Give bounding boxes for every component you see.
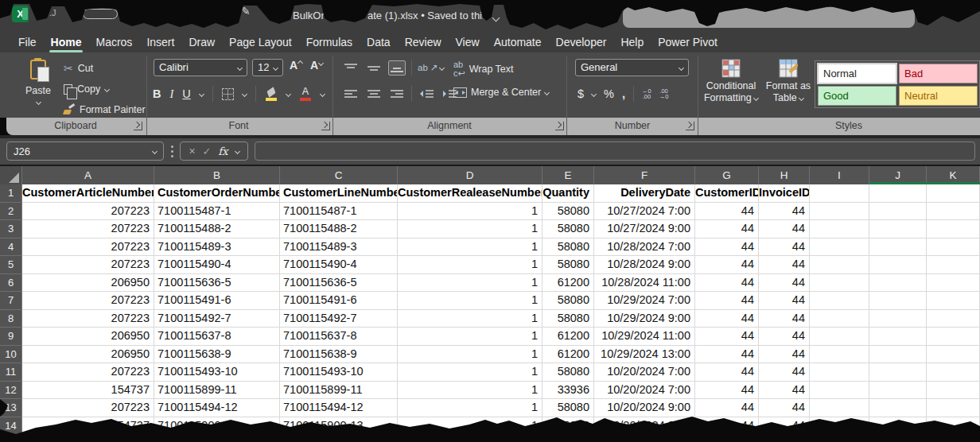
cell[interactable] xyxy=(810,203,869,221)
style-neutral[interactable]: Neutral xyxy=(899,86,978,106)
cell[interactable]: 44 xyxy=(695,274,759,293)
cell[interactable] xyxy=(927,346,980,364)
cell[interactable]: CustomerID xyxy=(695,184,759,203)
cell[interactable] xyxy=(810,310,869,328)
cell[interactable]: 58080 xyxy=(542,399,594,417)
align-middle-button[interactable] xyxy=(365,60,383,76)
column-header-D[interactable]: D xyxy=(398,166,542,184)
cell[interactable] xyxy=(810,184,869,203)
cell[interactable]: 58080 xyxy=(542,238,594,257)
cell[interactable]: 44 xyxy=(695,220,759,238)
cell[interactable]: 58080 xyxy=(542,220,594,238)
cell[interactable]: 44 xyxy=(695,256,759,274)
row-header-5[interactable]: 5 xyxy=(0,256,22,274)
cell[interactable] xyxy=(927,220,980,238)
cell[interactable]: 44 xyxy=(695,238,759,257)
cell[interactable]: 10/20/2024 7:00 xyxy=(594,382,695,400)
cell[interactable]: 7100115487-1 xyxy=(154,203,280,221)
cell[interactable]: 1 xyxy=(398,203,542,221)
cell[interactable]: 1 xyxy=(398,346,542,364)
cell[interactable]: 7100115487-1 xyxy=(280,203,398,221)
cell[interactable]: 58080 xyxy=(542,256,594,274)
cell[interactable] xyxy=(810,256,869,274)
cell[interactable] xyxy=(927,292,980,310)
cut-button[interactable]: ✂ Cut xyxy=(64,60,93,76)
row-header-7[interactable]: 7 xyxy=(0,292,22,310)
cell[interactable]: 7100115636-5 xyxy=(280,274,398,293)
cell[interactable]: 10/29/2024 11:00 xyxy=(594,328,695,346)
cell[interactable]: 207223 xyxy=(22,220,154,238)
cell[interactable]: CustomerLineNumber xyxy=(280,184,398,203)
format-painter-button[interactable]: Format Painter xyxy=(64,102,146,118)
cell[interactable] xyxy=(927,238,980,257)
cell[interactable]: 44 xyxy=(695,346,759,364)
cell[interactable]: 1 xyxy=(398,328,542,346)
cell[interactable]: 44 xyxy=(759,382,810,400)
format-as-table-button[interactable]: Format as Table xyxy=(757,56,819,104)
percent-format-button[interactable]: % xyxy=(604,87,614,100)
number-format-combobox[interactable]: General xyxy=(575,59,689,76)
decrease-decimal-button[interactable]: .00 →0 xyxy=(659,88,669,100)
merge-center-button[interactable]: Merge & Center xyxy=(453,87,549,98)
cell[interactable] xyxy=(927,328,980,346)
cell[interactable]: 7100115492-7 xyxy=(280,310,398,328)
tab-macros[interactable]: Macros xyxy=(88,33,139,52)
fill-color-dropdown-chevron-icon[interactable] xyxy=(286,91,291,96)
cell[interactable]: 58080 xyxy=(542,203,594,221)
cell[interactable]: 44 xyxy=(759,238,810,257)
cell[interactable] xyxy=(869,363,927,382)
row-header-8[interactable]: 8 xyxy=(0,310,22,328)
cell[interactable]: 1 xyxy=(398,256,542,274)
cell[interactable]: InvoiceID xyxy=(759,184,810,203)
tab-review[interactable]: Review xyxy=(398,33,449,52)
row-header-6[interactable]: 6 xyxy=(0,274,22,293)
tab-file[interactable]: File xyxy=(11,33,44,52)
increase-decimal-button[interactable]: ←0 .00 xyxy=(642,88,651,100)
cell[interactable] xyxy=(927,310,980,328)
cell[interactable]: 10/29/2024 9:00 xyxy=(594,310,695,328)
cell[interactable]: 10/28/2024 11:00 xyxy=(594,274,695,293)
cell[interactable]: 44 xyxy=(759,292,810,310)
cell[interactable] xyxy=(927,399,980,417)
currency-format-button[interactable]: $ xyxy=(578,87,584,100)
borders-dropdown-chevron-icon[interactable] xyxy=(242,91,247,96)
cell[interactable] xyxy=(869,328,927,346)
align-center-button[interactable] xyxy=(365,87,383,102)
underline-dropdown-chevron-icon[interactable] xyxy=(199,91,204,96)
cell[interactable] xyxy=(810,328,869,346)
tab-draw[interactable]: Draw xyxy=(181,33,222,52)
cell[interactable]: 10/20/2024 7:00 xyxy=(594,363,695,382)
cell[interactable]: 154737 xyxy=(22,382,154,400)
cell[interactable]: 206950 xyxy=(22,274,154,293)
row-header-10[interactable]: 10 xyxy=(0,346,22,364)
cell[interactable]: 10/27/2024 7:00 xyxy=(594,203,695,221)
number-dialog-launcher-icon[interactable] xyxy=(686,122,694,130)
cell[interactable]: 44 xyxy=(759,220,810,238)
cell[interactable]: 44 xyxy=(759,274,810,293)
cell[interactable] xyxy=(810,220,869,238)
row-header-12[interactable]: 12 xyxy=(0,382,22,400)
cell[interactable]: 7100115899-11 xyxy=(154,382,280,400)
column-header-I[interactable]: I xyxy=(810,166,869,184)
font-name-combobox[interactable]: Calibri xyxy=(154,59,247,76)
column-header-F[interactable]: F xyxy=(594,166,695,184)
cell[interactable] xyxy=(869,238,927,257)
underline-button[interactable]: U xyxy=(182,87,190,100)
merge-center-dropdown-chevron-icon[interactable] xyxy=(544,89,550,95)
cell[interactable]: Quantity xyxy=(542,184,594,203)
cell[interactable]: 7100115492-7 xyxy=(154,310,280,328)
decrease-font-size-button[interactable]: A xyxy=(310,59,323,72)
cell[interactable] xyxy=(927,203,980,221)
cell[interactable]: 7100115638-9 xyxy=(280,346,398,364)
cell[interactable]: 44 xyxy=(695,328,759,346)
cell[interactable]: 206950 xyxy=(22,328,154,346)
tab-insert[interactable]: Insert xyxy=(139,33,181,52)
formula-input[interactable] xyxy=(255,142,975,161)
cell[interactable] xyxy=(810,346,869,364)
cell[interactable] xyxy=(869,382,927,400)
increase-font-size-button[interactable]: A xyxy=(290,59,302,72)
cell[interactable] xyxy=(869,220,927,238)
cell[interactable]: 61200 xyxy=(542,274,594,293)
borders-icon[interactable] xyxy=(222,88,234,100)
align-bottom-button[interactable] xyxy=(388,60,406,76)
